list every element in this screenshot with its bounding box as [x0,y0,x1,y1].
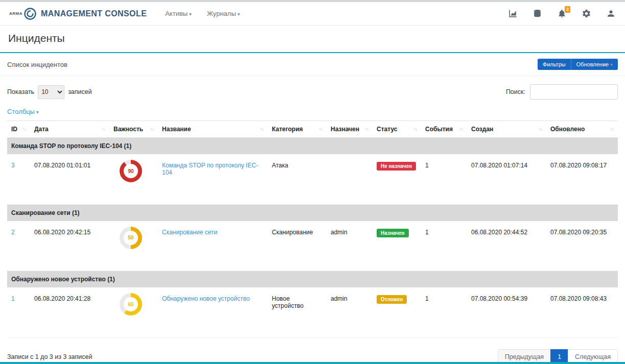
group-title: Обнаружено новое устройство (1) [7,271,618,288]
incident-events-count: 1 [421,221,467,271]
incident-category: Атака [268,154,327,204]
incident-name-link[interactable]: Команда STOP по протоколу IEC-104 [162,162,258,176]
search-input[interactable] [530,84,618,100]
incident-assignee: admin [327,221,373,271]
brand-arma-label: ARMA [9,11,22,16]
chart-icon[interactable] [507,9,518,19]
records-label: записей [68,88,92,95]
incident-assignee [327,154,373,204]
status-badge: Не назначен [377,162,416,171]
menu-journals[interactable]: Журналы [207,10,240,17]
columns-button[interactable]: Столбцы [0,102,46,120]
incident-name-link[interactable]: Обнаружено новое устройство [162,295,250,302]
incident-created: 06.08.2020 20:44:52 [467,221,546,271]
column-header-date[interactable]: Дата↑↓ [30,121,109,138]
menu-assets[interactable]: Активы [165,10,192,17]
page-title-bar: Инциденты [0,26,625,53]
panel-actions: Фильтры Обновление [538,59,618,70]
app-root: ARMA MANAGEMENT CONSOLE Активы Журналы [0,0,625,364]
incident-category: Новое устройство [268,287,327,337]
status-badge: Отложен [377,295,407,304]
incident-id-link[interactable]: 1 [11,295,15,302]
column-header-created[interactable]: Создан↑↓ [467,121,546,138]
panel-title: Список инцидентов [7,61,67,68]
column-label: События [425,126,453,133]
incident-events-count: 1 [421,287,467,337]
search-control: Поиск: [506,84,618,100]
importance-donut: 90 [120,160,142,182]
column-header-assignee[interactable]: Назначен↑↓ [327,121,373,138]
sort-icon: ↑↓ [413,127,417,132]
sort-icon: ↑↓ [260,127,264,132]
column-label: Создан [471,126,493,133]
column-header-id[interactable]: ID↑↓ [7,121,30,138]
column-label: Дата [34,126,49,133]
incident-row: 3 07.08.2020 01:01:01 90 Команда STOP по… [7,154,618,204]
incident-created: 07.08.2020 01:07:14 [467,154,546,204]
menu-assets-label: Активы [165,10,188,17]
group-title: Команда STOP по протоколу IEC-104 (1) [7,138,618,155]
table-footer: Записи с 1 до 3 из 3 записей Предыдущая … [0,338,625,364]
column-header-importance[interactable]: Важность↑↓ [109,121,158,138]
group-title: Сканирование сети (1) [7,204,618,221]
incident-date: 06.08.2020 20:41:28 [30,287,109,337]
incident-id-link[interactable]: 3 [11,162,15,169]
column-label: Назначен [331,126,359,133]
panel-header: Список инцидентов Фильтры Обновление [0,53,625,76]
column-label: Статус [377,126,397,133]
column-header-updated[interactable]: Обновлено↑↓ [546,121,618,138]
incident-updated: 07.08.2020 09:08:43 [546,287,618,337]
user-profile-icon[interactable] [606,9,616,19]
group-header-row: Команда STOP по протоколу IEC-104 (1) [7,138,618,155]
main-menu: Активы Журналы [165,10,240,17]
logo-swirl-icon [24,7,37,20]
incident-date: 06.08.2020 20:42:15 [30,221,109,271]
refresh-dropdown-button[interactable]: Обновление [571,59,618,70]
sort-icon: ↑↓ [365,127,368,132]
incident-id-link[interactable]: 2 [11,229,15,236]
search-label: Поиск: [506,88,525,95]
notification-count-badge: 2 [565,6,570,13]
importance-donut: 50 [120,227,142,249]
importance-value: 50 [128,235,133,240]
incident-events-count: 1 [421,154,467,204]
column-label: ID [11,126,17,133]
incident-date: 07.08.2020 01:01:01 [30,154,109,204]
column-header-events[interactable]: События↑↓ [421,121,467,138]
page-size-select[interactable]: 10 [38,85,64,99]
menu-journals-label: Журналы [207,10,236,17]
sort-icon: ↑↓ [610,127,614,132]
importance-value: 90 [128,168,133,174]
brand-title: MANAGEMENT CONSOLE [41,9,147,18]
column-header-status[interactable]: Статус↑↓ [373,121,421,138]
settings-gear-icon[interactable] [581,9,591,19]
incident-name-link[interactable]: Сканирование сети [162,229,217,236]
incident-assignee: admin [327,287,373,337]
sort-icon: ↑↓ [150,127,154,132]
incident-updated: 07.08.2020 09:20:35 [546,221,618,271]
brand-logo[interactable]: ARMA MANAGEMENT CONSOLE [9,7,147,20]
status-badge: Назначен [377,229,409,237]
notifications-bell-icon[interactable]: 2 [557,9,567,19]
group-header-row: Сканирование сети (1) [7,204,618,221]
incident-category: Сканирование [268,221,327,271]
navbar-icons: 2 [507,9,616,19]
database-icon[interactable] [532,9,542,19]
sort-icon: ↑↓ [102,127,105,132]
columns-button-label: Столбцы [7,108,35,115]
column-header-category[interactable]: Категория↑↓ [268,121,327,138]
page-size-control: Показать 10 записей [7,85,92,99]
incident-updated: 07.08.2020 09:08:17 [546,154,618,204]
incident-row: 1 06.08.2020 20:41:28 60 Обнаружено ново… [7,287,618,337]
sort-icon: ↑↓ [459,127,463,132]
column-label: Категория [272,126,303,133]
incident-created: 07.08.2020 00:54:39 [467,287,546,337]
refresh-label: Обновление [576,61,609,67]
column-label: Важность [113,126,143,133]
filters-button[interactable]: Фильтры [538,59,571,70]
column-header-name[interactable]: Название↑↓ [158,121,268,138]
table-controls: Показать 10 записей Поиск: [0,76,625,102]
group-header-row: Обнаружено новое устройство (1) [7,271,618,288]
page-title: Инциденты [8,32,617,44]
incident-row: 2 06.08.2020 20:42:15 50 Сканирование се… [7,221,618,271]
